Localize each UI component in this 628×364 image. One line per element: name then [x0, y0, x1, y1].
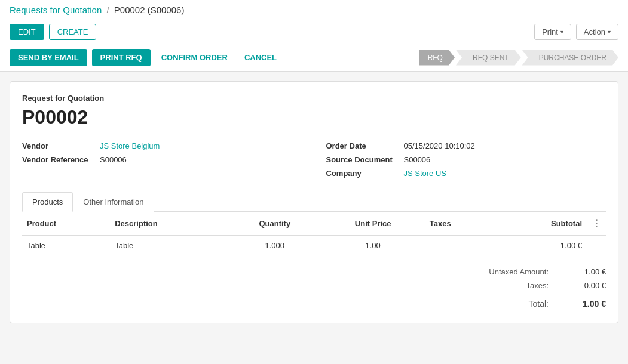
step-rfq-sent: RFQ SENT	[456, 50, 521, 66]
vendor-ref-label: Vendor Reference	[22, 155, 100, 164]
breadcrumb-current: P00002 (S00006)	[114, 5, 185, 15]
action-dropdown[interactable]: Action ▾	[576, 24, 618, 40]
col-product: Product	[22, 212, 110, 236]
breadcrumb: Requests for Quotation / P00002 (S00006)	[10, 5, 618, 15]
order-id: P00002	[22, 106, 606, 128]
vendor-label: Vendor	[22, 141, 100, 150]
totals-section: Untaxed Amount: 1.00 € Taxes: 0.00 € Tot…	[22, 265, 606, 311]
taxes-row: Taxes: 0.00 €	[439, 279, 606, 292]
breadcrumb-bar: Requests for Quotation / P00002 (S00006)	[0, 0, 628, 20]
cell-quantity: 1.000	[228, 236, 321, 255]
source-doc-value: S00006	[404, 155, 431, 164]
vendor-value[interactable]: JS Store Belgium	[100, 141, 160, 150]
untaxed-label: Untaxed Amount:	[439, 267, 558, 276]
cell-product: Table	[22, 236, 110, 255]
grand-total-row: Total: 1.00 €	[439, 295, 606, 311]
print-dropdown[interactable]: Print ▾	[534, 24, 571, 40]
vendor-row: Vendor JS Store Belgium	[22, 139, 302, 153]
vendor-ref-row: Vendor Reference S00006	[22, 153, 302, 166]
breadcrumb-parent[interactable]: Requests for Quotation	[10, 5, 102, 15]
order-date-value: 05/15/2020 10:10:02	[404, 141, 475, 150]
source-doc-row: Source Document S00006	[326, 153, 606, 166]
order-date-row: Order Date 05/15/2020 10:10:02	[326, 139, 606, 153]
cell-subtotal: 1.00 €	[495, 236, 587, 255]
main-content: Request for Quotation P00002 Vendor JS S…	[0, 72, 628, 333]
workflow-bar: SEND BY EMAIL PRINT RFQ CONFIRM ORDER CA…	[0, 44, 628, 72]
send-email-button[interactable]: SEND BY EMAIL	[10, 49, 87, 66]
products-table: Product Description Quantity Unit Price …	[22, 212, 606, 255]
tab-other-information[interactable]: Other Information	[73, 192, 154, 212]
table-row: Table Table 1.000 1.00 1.00 €	[22, 236, 606, 255]
left-fields: Vendor JS Store Belgium Vendor Reference…	[22, 139, 302, 180]
cell-unit-price: 1.00	[321, 236, 424, 255]
right-fields: Order Date 05/15/2020 10:10:02 Source Do…	[326, 139, 606, 180]
col-quantity: Quantity	[228, 212, 321, 236]
vendor-ref-value: S00006	[100, 155, 127, 164]
print-rfq-button[interactable]: PRINT RFQ	[92, 49, 151, 66]
taxes-value: 0.00 €	[558, 281, 606, 290]
create-button[interactable]: CREATE	[49, 24, 97, 40]
untaxed-row: Untaxed Amount: 1.00 €	[439, 265, 606, 279]
tab-products[interactable]: Products	[22, 192, 73, 212]
cell-options	[587, 236, 606, 255]
col-subtotal: Subtotal	[495, 212, 587, 236]
breadcrumb-separator: /	[106, 5, 109, 15]
products-table-section: Product Description Quantity Unit Price …	[22, 212, 606, 255]
company-label: Company	[326, 169, 404, 178]
col-options-header: ⋮	[587, 212, 606, 236]
col-options-icon[interactable]: ⋮	[592, 218, 601, 229]
company-value[interactable]: JS Store US	[404, 169, 447, 178]
cell-taxes	[425, 236, 495, 255]
action-label: Action	[584, 27, 605, 36]
total-label: Total:	[439, 299, 558, 309]
step-purchase-order: PURCHASE ORDER	[522, 50, 618, 66]
status-steps: RFQ RFQ SENT PURCHASE ORDER	[419, 50, 618, 66]
total-value: 1.00 €	[558, 299, 606, 309]
source-doc-label: Source Document	[326, 155, 404, 164]
action-bar: EDIT CREATE Print ▾ Action ▾	[0, 20, 628, 44]
edit-button[interactable]: EDIT	[10, 24, 44, 40]
form-card: Request for Quotation P00002 Vendor JS S…	[10, 81, 618, 323]
col-taxes: Taxes	[425, 212, 495, 236]
confirm-order-button[interactable]: CONFIRM ORDER	[155, 49, 234, 66]
col-unit-price: Unit Price	[321, 212, 424, 236]
tabs: Products Other Information	[22, 192, 606, 212]
section-title: Request for Quotation	[22, 94, 606, 103]
table-header-row: Product Description Quantity Unit Price …	[22, 212, 606, 236]
order-date-label: Order Date	[326, 141, 404, 150]
cancel-button[interactable]: CANCEL	[238, 49, 283, 66]
company-row: Company JS Store US	[326, 166, 606, 180]
action-caret-icon: ▾	[608, 29, 611, 35]
totals-table: Untaxed Amount: 1.00 € Taxes: 0.00 € Tot…	[439, 265, 606, 311]
cell-description: Table	[110, 236, 228, 255]
taxes-label: Taxes:	[439, 281, 558, 290]
print-caret-icon: ▾	[560, 29, 563, 35]
fields-grid: Vendor JS Store Belgium Vendor Reference…	[22, 139, 606, 180]
print-label: Print	[542, 27, 558, 36]
col-description: Description	[110, 212, 228, 236]
step-rfq: RFQ	[419, 50, 455, 66]
untaxed-value: 1.00 €	[558, 267, 606, 276]
